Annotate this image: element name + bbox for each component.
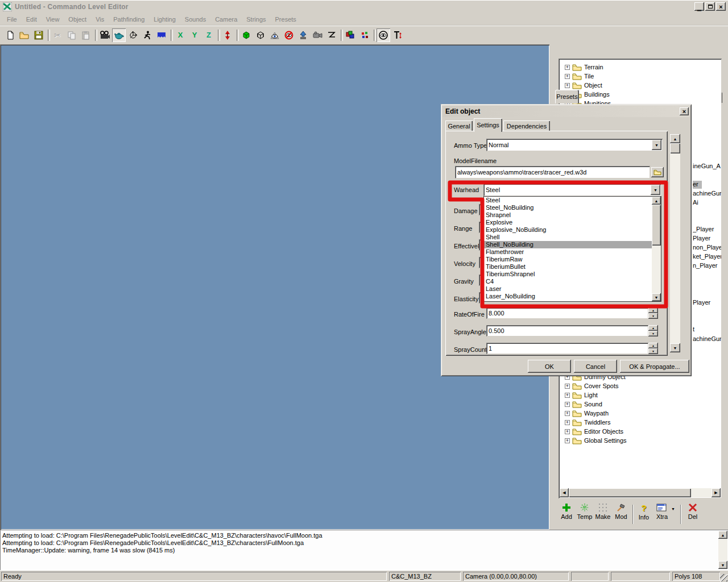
menu-item[interactable]: Lighting [149,14,180,24]
dropdown-item[interactable]: C4 [484,278,652,285]
resize-grip[interactable] [720,574,727,581]
dialog-tab-settings[interactable]: Settings [474,118,502,132]
menu-item[interactable]: Object [64,14,91,24]
scroll-down-icon[interactable]: ▼ [652,293,661,301]
expand-icon[interactable]: + [565,420,570,425]
title-bar[interactable]: Untitled - Commando Level Editor ▁ × [0,0,728,13]
menu-item[interactable]: Sounds [180,14,210,24]
z-polygon-icon[interactable] [325,28,338,42]
tree-item[interactable]: + Buildings [560,90,691,99]
dropdown-item[interactable]: Laser_NoBuilding [484,293,652,300]
vertical-arrows-icon[interactable] [221,28,234,42]
menu-item[interactable]: View [42,14,64,24]
dropdown-item[interactable]: TiberiumRaw [484,256,652,263]
raise-arrow-icon[interactable] [296,28,310,42]
dropdown-item[interactable]: Flamethrower [484,248,652,256]
scroll-right-icon[interactable]: ▶ [712,488,721,497]
minimize-button[interactable]: ▁ [694,2,704,11]
runner-icon[interactable] [140,28,154,42]
dropdown-item[interactable]: Laser [484,285,652,293]
rate-of-fire-spinner[interactable]: ▲▼ [648,307,658,319]
expand-icon[interactable]: + [565,411,570,416]
info-button[interactable]: ? Info [635,503,653,526]
rate-of-fire-input[interactable]: 8.000 [486,307,648,319]
text-tool-icon[interactable] [391,28,404,42]
xtra-dropdown-icon[interactable]: ▼ [671,507,675,511]
dialog-close-button[interactable]: × [680,107,689,115]
mod-button[interactable]: Mod [612,503,630,526]
menu-item[interactable]: Vis [91,14,109,24]
menu-item[interactable]: Camera [210,14,242,24]
eye-circle-icon[interactable] [377,28,390,42]
expand-icon[interactable]: + [565,65,570,70]
tree-item[interactable]: + Light [560,390,691,400]
spray-count-spinner[interactable]: ▲▼ [648,343,658,354]
tree-item[interactable]: + Waypath [560,409,691,418]
spin-up-icon[interactable]: ▲ [648,343,658,348]
browse-button[interactable] [651,167,664,177]
flag-icon[interactable] [155,28,168,42]
close-button[interactable]: × [716,2,726,11]
dialog-tab-dependencies[interactable]: Dependencies [503,120,550,131]
scrollbar-thumb[interactable] [569,488,691,497]
menu-item[interactable]: Presets [271,14,301,24]
tab-presets[interactable]: Presets [555,90,579,103]
spin-up-icon[interactable]: ▲ [648,325,658,331]
model-filename-input[interactable]: always\weapons\ammo\tracers\tracer_red.w… [455,166,650,178]
color-dots-icon[interactable] [358,28,371,42]
spin-down-icon[interactable]: ▼ [648,313,658,319]
scroll-left-icon[interactable]: ◀ [560,488,569,497]
dropdown-scrollbar[interactable]: ▲ ▼ [652,197,661,301]
spray-count-input[interactable]: 1 [486,343,648,354]
scroll-up-icon[interactable]: ▲ [670,134,680,143]
scroll-up-icon[interactable]: ▲ [652,197,661,205]
combo-arrow-icon[interactable]: ▼ [651,185,660,195]
copy-icon[interactable] [65,28,78,42]
menu-item[interactable]: Edit [22,14,42,24]
dropdown-item[interactable]: TiberiumShrapnel [484,271,652,278]
warhead-combobox[interactable]: Steel ▼ [483,184,661,196]
cut-icon[interactable]: ✂ [51,28,64,42]
dropdown-item[interactable]: Shrapnel [484,211,652,219]
tree-item[interactable]: + Twiddlers [560,418,691,427]
expand-icon[interactable]: + [565,438,570,443]
combo-arrow-icon[interactable]: ▼ [652,140,661,150]
teapot-icon[interactable] [112,28,126,42]
expand-icon[interactable]: + [565,384,570,389]
spin-up-icon[interactable]: ▲ [648,307,658,313]
tree-horizontal-scrollbar[interactable]: ◀ ▶ [560,488,721,497]
dialog-scrollbar[interactable]: ▲ ▼ [670,134,680,352]
scroll-down-icon[interactable]: ▼ [670,343,680,352]
dialog-tab-general[interactable]: General [445,120,473,131]
dropdown-item[interactable]: Explosive [484,219,652,226]
tree-item[interactable]: + Global Settings [560,436,691,445]
expand-icon[interactable]: + [565,393,570,398]
movie-camera-icon[interactable] [98,28,111,42]
spray-angle-spinner[interactable]: ▲▼ [648,325,658,336]
log-scrollbar[interactable]: ▲ ▼ [718,531,727,569]
cancel-button[interactable]: Cancel [574,360,617,373]
paste-icon[interactable] [79,28,93,42]
spin-down-icon[interactable]: ▼ [648,331,658,336]
spray-angle-input[interactable]: 0.500 [486,325,648,336]
new-file-icon[interactable] [3,28,17,42]
save-icon[interactable] [32,28,46,42]
scroll-up-icon[interactable]: ▲ [718,531,727,539]
expand-icon[interactable]: + [565,402,570,407]
axis-gizmo-icon[interactable] [126,28,140,42]
no-eye-icon[interactable] [282,28,296,42]
scroll-down-icon[interactable]: ▼ [718,561,727,569]
ammo-type-combobox[interactable]: Normal ▼ [486,139,663,151]
scrollbar-thumb[interactable] [652,205,661,246]
add-button[interactable]: Add [557,503,576,526]
axis-y-icon[interactable]: Y [188,28,201,42]
spin-down-icon[interactable]: ▼ [648,348,658,354]
output-log[interactable]: Attempting to load: C:\Program Files\Ren… [0,530,728,570]
tree-item[interactable]: + Terrain [560,63,691,72]
dropdown-item[interactable]: TiberiumBullet [484,263,652,271]
expand-icon[interactable]: + [565,429,570,434]
xtra-button[interactable]: Xtra [653,503,671,526]
tree-item[interactable]: + Editor Objects [560,427,691,436]
warhead-dropdown-list[interactable]: SteelSteel_NoBuildingShrapnelExplosiveEx… [483,196,661,302]
dropdown-item[interactable]: Steel [484,197,652,204]
